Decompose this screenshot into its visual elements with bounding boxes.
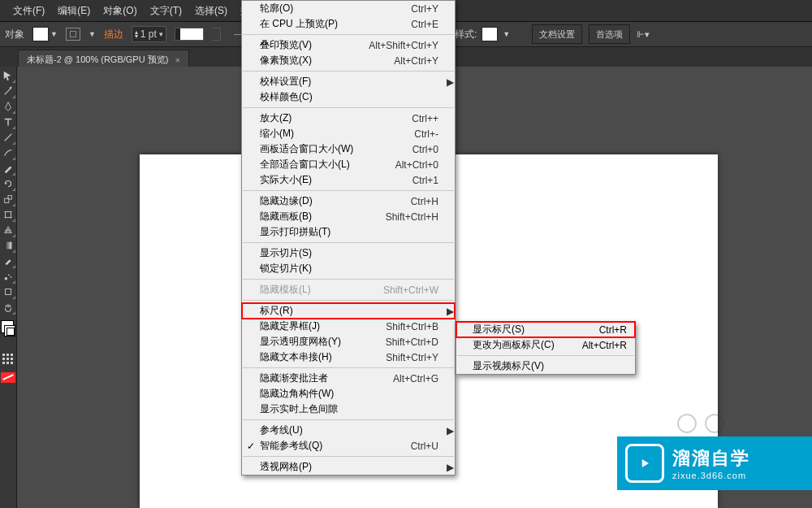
svg-point-5 [5,217,6,219]
menu-separator [243,456,454,457]
menu-select[interactable]: 选择(S) [188,0,234,21]
watermark-url: zixue.3d66.com [672,471,750,480]
menu-item[interactable]: ✓智能参考线(Q)Ctrl+U [242,438,455,454]
tool-magic-wand[interactable] [1,84,15,98]
svg-point-9 [8,274,10,276]
svg-point-3 [5,211,6,213]
menu-item[interactable]: 透视网格(P)▶ [242,459,455,475]
svg-rect-11 [6,289,11,295]
menu-separator [243,242,454,243]
svg-point-8 [5,277,8,280]
tool-hand[interactable] [1,300,15,315]
menu-item[interactable]: 标尺(R)▶ [242,303,455,319]
menu-item[interactable]: 隐藏边角构件(W) [242,386,455,402]
tool-symbol-sprayer[interactable] [1,269,15,284]
close-tab-icon[interactable]: × [175,55,179,65]
fill-swatch[interactable] [32,27,49,41]
menu-item[interactable]: 锁定切片(K) [242,261,455,276]
target-label: 对象 [5,28,24,41]
tool-pen[interactable] [1,99,15,114]
menu-separator [243,107,454,108]
tool-artboard[interactable] [1,284,15,299]
menu-item[interactable]: 显示实时上色间隙 [242,402,455,417]
menu-item[interactable]: 画板适合窗口大小(W)Ctrl+0 [242,141,455,157]
menu-item[interactable]: 隐藏定界框(J)Shift+Ctrl+B [242,319,455,334]
document-tab[interactable]: 未标题-2 @ 100% (RGB/GPU 预览) × [18,50,189,68]
menu-item[interactable]: 校样颜色(C) [242,89,455,105]
style-swatch-dd[interactable]: ▼ [503,30,510,38]
menu-separator [243,71,454,72]
menu-item[interactable]: 显示透明度网格(Y)Shift+Ctrl+D [242,334,455,350]
menu-item[interactable]: 隐藏画板(B)Shift+Ctrl+H [242,209,455,224]
screen-mode-normal-icon[interactable] [1,372,15,383]
preferences-button[interactable]: 首选项 [589,24,630,44]
tool-brush[interactable] [1,145,15,160]
menu-item[interactable]: 放大(Z)Ctrl++ [242,111,455,126]
menu-item[interactable]: 隐藏边缘(D)Ctrl+H [242,193,455,209]
rulers-submenu: 显示标尺(S) Ctrl+R 更改为画板标尺(C) Alt+Ctrl+R 显示视… [456,321,636,375]
svg-point-4 [11,211,12,213]
decorative-circles [677,414,724,433]
svg-point-10 [11,276,12,278]
stroke-weight-field[interactable]: ▴▾ 1 pt ▾ [132,26,166,42]
stroke-swatch[interactable] [66,28,80,41]
style-label: 样式: [455,28,477,41]
play-icon [625,444,664,483]
tool-pencil[interactable] [1,161,15,176]
menu-item[interactable]: 校样设置(F)▶ [242,74,455,89]
fill-stroke-swatch[interactable] [1,320,15,343]
view-menu-dropdown: 轮廓(O)Ctrl+Y在 CPU 上预览(P)Ctrl+E叠印预览(V)Alt+… [241,0,456,475]
menu-item[interactable]: 实际大小(E)Ctrl+1 [242,172,455,188]
tool-gradient[interactable] [1,238,15,253]
submenu-show-video-rulers[interactable]: 显示视频标尺(V) [456,358,635,374]
submenu-separator [457,355,634,356]
document-tab-title: 未标题-2 @ 100% (RGB/GPU 预览) [27,54,168,66]
menu-type[interactable]: 文字(T) [144,0,188,21]
stroke-profile[interactable] [175,28,204,41]
menu-object[interactable]: 对象(O) [97,0,143,21]
tool-strip [0,67,17,508]
submenu-change-to-artboard-rulers[interactable]: 更改为画板标尺(C) Alt+Ctrl+R [456,337,635,353]
menu-item[interactable]: 在 CPU 上预览(P)Ctrl+E [242,16,455,32]
menu-item[interactable]: 叠印预览(V)Alt+Shift+Ctrl+Y [242,37,455,53]
fill-swatch-dd[interactable]: ▼ [50,30,58,38]
stroke-profile-dd[interactable] [212,28,221,41]
menu-item: 隐藏模板(L)Shift+Ctrl+W [242,282,455,297]
menu-item[interactable]: 像素预览(X)Alt+Ctrl+Y [242,53,455,68]
menu-item[interactable]: 隐藏渐变批注者Alt+Ctrl+G [242,371,455,386]
menu-separator [243,367,454,368]
menu-item[interactable]: 全部适合窗口大小(L)Alt+Ctrl+0 [242,157,455,172]
menu-edit[interactable]: 编辑(E) [51,0,97,21]
submenu-show-rulers[interactable]: 显示标尺(S) Ctrl+R [456,322,635,337]
doc-setup-button[interactable]: 文档设置 [532,24,582,44]
stroke-swatch-dd[interactable]: ▼ [89,30,96,38]
color-mode-toggle[interactable] [1,352,15,367]
menu-item[interactable]: 显示切片(S) [242,245,455,261]
tool-eyedropper[interactable] [1,254,15,268]
menu-item[interactable]: 隐藏文本串接(H)Shift+Ctrl+Y [242,350,455,365]
watermark-title: 溜溜自学 [672,446,750,471]
stroke-label[interactable]: 描边 [104,28,123,41]
align-menu-icon[interactable]: ⊩▾ [637,29,650,40]
tool-line[interactable] [1,130,15,145]
menu-separator [243,279,454,280]
menu-item[interactable]: 参考线(U)▶ [242,423,455,438]
tool-perspective[interactable] [1,223,15,237]
tool-type[interactable] [1,115,15,129]
tool-rotate[interactable] [1,176,15,191]
menu-separator [243,34,454,35]
menu-file[interactable]: 文件(F) [6,0,51,21]
menu-separator [243,190,454,191]
menu-item[interactable]: 缩小(M)Ctrl+- [242,126,455,141]
svg-rect-7 [5,242,12,250]
menu-item[interactable]: 显示打印拼贴(T) [242,224,455,240]
style-swatch[interactable] [482,27,498,41]
svg-rect-2 [6,212,11,218]
watermark-badge: 溜溜自学 zixue.3d66.com [617,436,812,490]
menu-separator [243,300,454,301]
tool-free-transform[interactable] [1,207,15,222]
tool-selection[interactable] [1,68,15,83]
menu-item[interactable]: 轮廓(O)Ctrl+Y [242,1,455,16]
tool-scale[interactable] [1,192,15,206]
menu-separator [243,419,454,420]
